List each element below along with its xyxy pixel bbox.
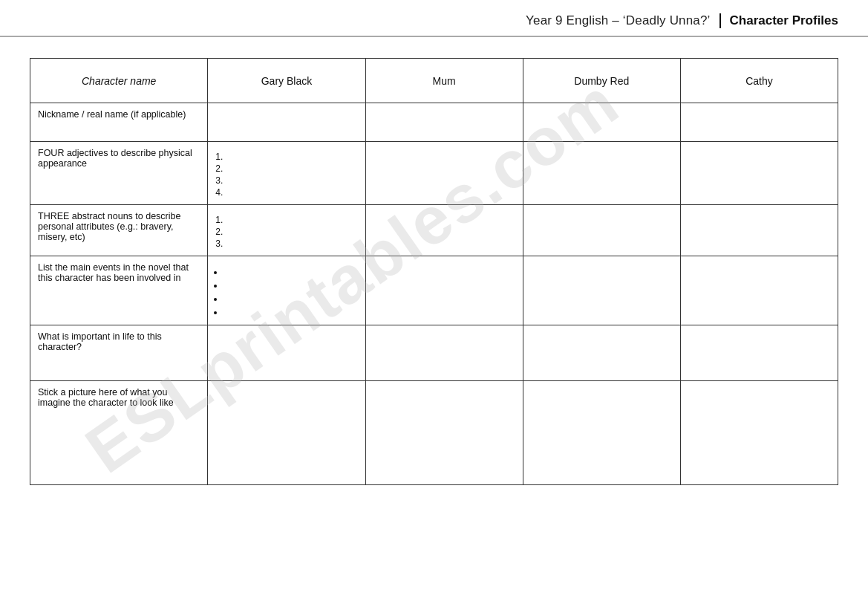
adjectives-label: FOUR adjectives to describe physical app… [38, 148, 192, 169]
row-label-important: What is important in life to this charac… [30, 325, 208, 381]
events-dumby[interactable] [523, 256, 680, 325]
table-row-events: List the main events in the novel that t… [30, 256, 838, 325]
list-item: 2. [215, 163, 357, 175]
row-label-adjectives: FOUR adjectives to describe physical app… [30, 142, 208, 205]
nouns-dumby[interactable] [523, 205, 680, 256]
col-header-cathy: Cathy [680, 59, 838, 103]
col-header-label: Character name [30, 59, 208, 103]
table-row-nouns: THREE abstract nouns to describe persona… [30, 205, 838, 256]
header-title-block: Year 9 English – ‘Deadly Unna?’ Characte… [526, 13, 838, 28]
col-mum-label: Mum [433, 75, 456, 87]
header: Year 9 English – ‘Deadly Unna?’ Characte… [0, 0, 868, 37]
main-content: Character name Gary Black Mum Dumby Red … [0, 37, 868, 500]
nickname-label: Nickname / real name (if applicable) [38, 109, 186, 120]
row-label-nouns: THREE abstract nouns to describe persona… [30, 205, 208, 256]
adjectives-gary-list: 1. 2. 3. 4. [215, 148, 357, 198]
adjectives-cathy[interactable] [680, 142, 838, 205]
header-sub-title: Character Profiles [721, 13, 838, 28]
important-label: What is important in life to this charac… [38, 331, 162, 352]
header-main-title: Year 9 English – ‘Deadly Unna?’ [526, 13, 720, 28]
table-row-picture: Stick a picture here of what you imagine… [30, 381, 838, 485]
col-character-name-label: Character name [82, 75, 156, 87]
list-item: 1. [215, 214, 357, 226]
col-dumby-label: Dumby Red [574, 75, 629, 87]
important-cathy[interactable] [680, 325, 838, 381]
events-cathy[interactable] [680, 256, 838, 325]
list-item: 3. [215, 238, 357, 250]
nouns-mum[interactable] [365, 205, 523, 256]
list-item: 4. [215, 186, 357, 198]
page: Year 9 English – ‘Deadly Unna?’ Characte… [0, 0, 868, 610]
table-row-nickname: Nickname / real name (if applicable) [30, 103, 838, 142]
table-row-important: What is important in life to this charac… [30, 325, 838, 381]
nouns-label: THREE abstract nouns to describe persona… [38, 211, 180, 242]
col-cathy-label: Cathy [745, 75, 773, 87]
events-gary-list [215, 262, 357, 319]
list-item [224, 305, 357, 319]
nickname-gary[interactable] [208, 103, 365, 142]
adjectives-mum[interactable] [365, 142, 523, 205]
list-item [224, 279, 357, 292]
adjectives-dumby[interactable] [523, 142, 680, 205]
picture-mum[interactable] [365, 381, 523, 485]
nouns-cathy[interactable] [680, 205, 838, 256]
important-mum[interactable] [365, 325, 523, 381]
events-gary[interactable] [208, 256, 365, 325]
character-table: Character name Gary Black Mum Dumby Red … [30, 58, 838, 485]
events-mum[interactable] [365, 256, 523, 325]
picture-label: Stick a picture here of what you imagine… [38, 387, 174, 408]
row-label-nickname: Nickname / real name (if applicable) [30, 103, 208, 142]
col-header-gary: Gary Black [208, 59, 365, 103]
table-row-adjectives: FOUR adjectives to describe physical app… [30, 142, 838, 205]
list-item: 3. [215, 175, 357, 186]
nouns-gary[interactable]: 1. 2. 3. [208, 205, 365, 256]
table-header-row: Character name Gary Black Mum Dumby Red … [30, 59, 838, 103]
nouns-gary-list: 1. 2. 3. [215, 211, 357, 250]
picture-cathy[interactable] [680, 381, 838, 485]
col-gary-label: Gary Black [261, 75, 312, 87]
list-item: 1. [215, 151, 357, 163]
row-label-events: List the main events in the novel that t… [30, 256, 208, 325]
adjectives-gary[interactable]: 1. 2. 3. 4. [208, 142, 365, 205]
important-dumby[interactable] [523, 325, 680, 381]
list-item [224, 265, 357, 279]
list-item: 2. [215, 226, 357, 238]
nickname-cathy[interactable] [680, 103, 838, 142]
col-header-dumby: Dumby Red [523, 59, 680, 103]
nickname-mum[interactable] [365, 103, 523, 142]
col-header-mum: Mum [365, 59, 523, 103]
picture-dumby[interactable] [523, 381, 680, 485]
picture-gary[interactable] [208, 381, 365, 485]
list-item [224, 292, 357, 305]
events-label: List the main events in the novel that t… [38, 262, 189, 283]
row-label-picture: Stick a picture here of what you imagine… [30, 381, 208, 485]
nickname-dumby[interactable] [523, 103, 680, 142]
important-gary[interactable] [208, 325, 365, 381]
